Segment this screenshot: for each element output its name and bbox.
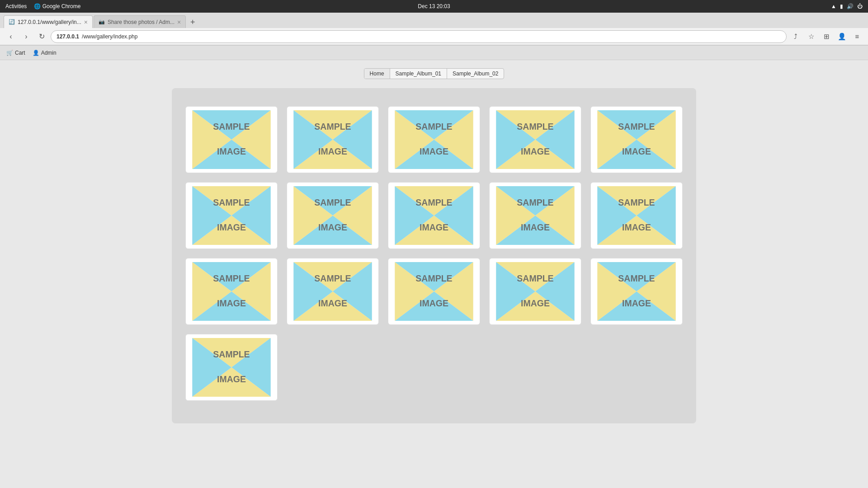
browser-toolbar: ‹ › ↻ 127.0.0.1/www/gallery/index.php ⤴ … — [0, 28, 868, 45]
url-path: /www/gallery/index.php — [82, 33, 137, 40]
svg-text:SAMPLE: SAMPLE — [314, 122, 351, 131]
cart-icon: 🛒 — [6, 50, 13, 56]
gallery-item[interactable]: SAMPLE IMAGE — [388, 182, 480, 249]
sample-image-placeholder: SAMPLE IMAGE — [392, 262, 476, 321]
svg-text:IMAGE: IMAGE — [622, 298, 651, 308]
sample-image-placeholder: SAMPLE IMAGE — [189, 262, 274, 321]
svg-text:IMAGE: IMAGE — [622, 146, 651, 156]
os-topbar: Activities 🌐 Google Chrome Dec 13 20:03 … — [0, 0, 868, 13]
gallery-item[interactable]: SAMPLE IMAGE — [185, 182, 278, 249]
svg-text:SAMPLE: SAMPLE — [415, 197, 452, 207]
gallery-container: SAMPLE IMAGE SAMPLE IMA — [172, 88, 696, 423]
power-icon: ⏻ — [857, 3, 863, 9]
new-tab-button[interactable]: + — [187, 16, 198, 28]
svg-text:SAMPLE: SAMPLE — [213, 273, 250, 283]
os-datetime: Dec 13 20:03 — [418, 3, 450, 9]
sample-image-placeholder: SAMPLE IMAGE — [291, 262, 375, 321]
svg-text:IMAGE: IMAGE — [217, 222, 246, 232]
address-bar[interactable]: 127.0.0.1/www/gallery/index.php — [51, 30, 787, 43]
svg-text:SAMPLE: SAMPLE — [618, 273, 655, 283]
browser-tab-active[interactable]: 🔄 127.0.0.1/www/gallery/in... × — [4, 15, 93, 28]
svg-text:SAMPLE: SAMPLE — [517, 197, 553, 207]
breadcrumb-home[interactable]: Home — [364, 69, 390, 79]
breadcrumb: Home Sample_Album_01 Sample_Album_02 — [364, 68, 505, 79]
svg-text:SAMPLE: SAMPLE — [517, 122, 553, 131]
back-button[interactable]: ‹ — [5, 30, 17, 43]
share-button[interactable]: ⤴ — [789, 30, 802, 43]
svg-text:SAMPLE: SAMPLE — [213, 122, 250, 131]
sample-image-placeholder: SAMPLE IMAGE — [392, 110, 476, 169]
admin-label: Admin — [41, 50, 57, 56]
gallery-item[interactable]: SAMPLE IMAGE — [185, 334, 278, 401]
battery-icon: ▮ — [840, 3, 843, 9]
sample-image-placeholder: SAMPLE IMAGE — [189, 186, 274, 245]
sample-image-placeholder: SAMPLE IMAGE — [594, 110, 679, 169]
gallery-item[interactable]: SAMPLE IMAGE — [185, 258, 278, 325]
breadcrumb-album-02[interactable]: Sample_Album_02 — [447, 69, 504, 79]
sample-image-placeholder: SAMPLE IMAGE — [189, 338, 274, 397]
bookmark-button[interactable]: ☆ — [805, 30, 817, 43]
gallery-item[interactable]: SAMPLE IMAGE — [185, 106, 278, 173]
tab-close-button[interactable]: × — [84, 19, 88, 26]
svg-text:IMAGE: IMAGE — [420, 222, 448, 232]
svg-text:IMAGE: IMAGE — [622, 222, 651, 232]
sample-image-placeholder: SAMPLE IMAGE — [291, 110, 375, 169]
svg-text:IMAGE: IMAGE — [318, 146, 347, 156]
gallery-item[interactable]: SAMPLE IMAGE — [388, 106, 480, 173]
svg-text:IMAGE: IMAGE — [318, 222, 347, 232]
svg-text:SAMPLE: SAMPLE — [213, 197, 250, 207]
svg-text:SAMPLE: SAMPLE — [213, 349, 250, 359]
app-label: 🌐 Google Chrome — [34, 3, 80, 9]
gallery-item[interactable]: SAMPLE IMAGE — [590, 106, 683, 173]
svg-text:IMAGE: IMAGE — [217, 146, 246, 156]
gallery-item[interactable]: SAMPLE IMAGE — [489, 182, 581, 249]
cart-nav-item[interactable]: 🛒 Cart — [6, 50, 25, 56]
svg-text:IMAGE: IMAGE — [217, 298, 246, 308]
app-header: 🛒 Cart 👤 Admin — [0, 46, 868, 60]
volume-icon: 🔊 — [847, 3, 854, 9]
sample-image-placeholder: SAMPLE IMAGE — [291, 186, 375, 245]
svg-text:SAMPLE: SAMPLE — [314, 197, 351, 207]
sample-image-placeholder: SAMPLE IMAGE — [493, 186, 577, 245]
svg-text:SAMPLE: SAMPLE — [415, 122, 452, 131]
gallery-item[interactable]: SAMPLE IMAGE — [590, 182, 683, 249]
tab-label-active: 127.0.0.1/www/gallery/in... — [18, 19, 81, 25]
tab-loading-icon: 🔄 — [9, 19, 15, 25]
gallery-item[interactable]: SAMPLE IMAGE — [287, 182, 379, 249]
menu-button[interactable]: ≡ — [851, 30, 863, 43]
gallery-item[interactable]: SAMPLE IMAGE — [489, 106, 581, 173]
svg-text:SAMPLE: SAMPLE — [517, 273, 553, 283]
sample-image-placeholder: SAMPLE IMAGE — [493, 262, 577, 321]
admin-nav-item[interactable]: 👤 Admin — [33, 50, 57, 56]
page-nav: Home Sample_Album_01 Sample_Album_02 — [0, 60, 868, 84]
browser-frame: 🔄 127.0.0.1/www/gallery/in... × 📷 Share … — [0, 13, 868, 46]
gallery-item[interactable]: SAMPLE IMAGE — [489, 258, 581, 325]
sample-image-placeholder: SAMPLE IMAGE — [493, 110, 577, 169]
browser-tab-inactive[interactable]: 📷 Share those photos / Adm... × — [94, 15, 186, 28]
sample-image-placeholder: SAMPLE IMAGE — [594, 186, 679, 245]
tab-favicon: 📷 — [99, 19, 105, 25]
svg-text:SAMPLE: SAMPLE — [314, 273, 351, 283]
gallery-grid: SAMPLE IMAGE SAMPLE IMA — [185, 106, 683, 401]
toolbar-actions: ⤴ ☆ ⊞ 👤 ≡ — [789, 30, 863, 43]
reload-button[interactable]: ↻ — [35, 30, 48, 43]
gallery-item[interactable]: SAMPLE IMAGE — [388, 258, 480, 325]
svg-text:IMAGE: IMAGE — [521, 146, 550, 156]
breadcrumb-album-01[interactable]: Sample_Album_01 — [390, 69, 447, 79]
cart-label: Cart — [15, 50, 25, 56]
forward-button[interactable]: › — [20, 30, 33, 43]
activities-label[interactable]: Activities — [5, 3, 27, 9]
svg-text:IMAGE: IMAGE — [420, 146, 448, 156]
gallery-item[interactable]: SAMPLE IMAGE — [287, 258, 379, 325]
gallery-item[interactable]: SAMPLE IMAGE — [287, 106, 379, 173]
sidebar-button[interactable]: ⊞ — [820, 30, 833, 43]
gallery-item[interactable]: SAMPLE IMAGE — [590, 258, 683, 325]
browser-tabs: 🔄 127.0.0.1/www/gallery/in... × 📷 Share … — [0, 13, 868, 28]
svg-text:IMAGE: IMAGE — [521, 222, 550, 232]
svg-text:IMAGE: IMAGE — [318, 298, 347, 308]
tab-close-button-2[interactable]: × — [177, 19, 181, 26]
account-button[interactable]: 👤 — [835, 30, 848, 43]
svg-text:IMAGE: IMAGE — [217, 374, 246, 384]
wifi-icon: ▲ — [831, 3, 836, 9]
url-prefix: 127.0.0.1 — [57, 33, 79, 40]
